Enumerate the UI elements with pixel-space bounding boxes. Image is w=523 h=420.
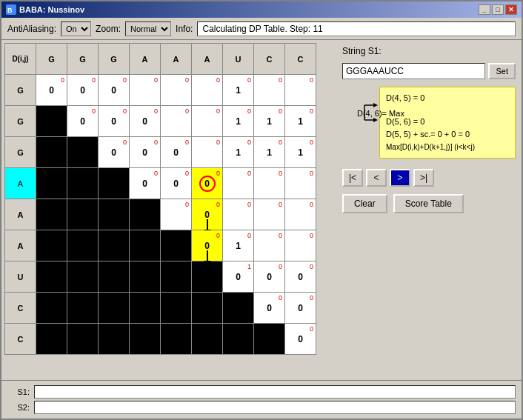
col-header-2: G xyxy=(99,44,130,75)
cell-5-7: 0 xyxy=(223,199,254,230)
col-header-6: U xyxy=(223,44,254,75)
s1-input[interactable] xyxy=(34,385,516,399)
cell-2-2: 00 xyxy=(67,106,99,137)
clear-button[interactable]: Clear xyxy=(342,194,387,213)
cell-2-9: 01 xyxy=(285,106,316,137)
annotation-area: D(4, 5) = 0 D(5, 6) = 0 D(5, 5) + sc.= 0… xyxy=(342,87,516,159)
cell-8-5 xyxy=(192,293,223,324)
nav-prev-button[interactable]: < xyxy=(366,169,387,187)
cell-5-2 xyxy=(99,199,130,230)
zoom-select[interactable]: Normal 2x 0.5x xyxy=(125,21,171,36)
table-row: G 00 00 00 0 0 01 01 01 xyxy=(5,106,316,137)
cell-4-1 xyxy=(67,168,99,199)
cell-7-1 xyxy=(67,261,99,293)
cell-6-0 xyxy=(36,230,67,261)
cell-7-2 xyxy=(99,261,130,293)
maximize-button[interactable]: □ xyxy=(492,4,504,15)
left-panel: D(i,j) G G G A A A U C C xyxy=(1,40,336,380)
cell-6-1 xyxy=(67,230,99,261)
corner-header: D(i,j) xyxy=(5,44,36,75)
nav-next-button[interactable]: > xyxy=(390,169,410,187)
row-header-4: A xyxy=(5,199,36,230)
cell-1-2: 00 xyxy=(67,75,99,106)
window-icon: B BABA: Nussinov xyxy=(6,4,84,15)
col-header-1: G xyxy=(67,44,99,75)
cell-4-9: 0 xyxy=(285,168,316,199)
cell-5-0 xyxy=(36,199,67,230)
cell-2-7: 01 xyxy=(223,106,254,137)
zoom-label: Zoom: xyxy=(96,24,121,34)
string-s1-label: String S1: xyxy=(342,46,516,56)
cell-3-3: 00 xyxy=(99,137,130,168)
bottom-buttons: Clear Score Table xyxy=(342,194,516,213)
cell-9-0 xyxy=(36,324,67,355)
antialiasing-label: AntiAliasing: xyxy=(7,24,56,34)
cell-9-9: 00 xyxy=(285,324,316,355)
svg-text:B: B xyxy=(7,7,13,14)
close-button[interactable]: ✕ xyxy=(505,4,517,15)
table-row: G 00 00 00 0 01 01 01 xyxy=(5,137,316,168)
table-row: A 0 0 0 0 xyxy=(5,199,316,230)
cell-1-7: 01 xyxy=(223,75,254,106)
cell-5-9: 0 xyxy=(285,199,316,230)
cell-3-5: 00 xyxy=(161,137,192,168)
col-header-5: A xyxy=(192,44,223,75)
nav-first-button[interactable]: |< xyxy=(342,169,363,187)
s2-input[interactable] xyxy=(34,401,516,414)
window-controls: _ □ ✕ xyxy=(479,4,517,15)
row-header-6: U xyxy=(5,261,36,293)
minimize-button[interactable]: _ xyxy=(479,4,490,15)
set-button[interactable]: Set xyxy=(488,63,516,79)
s1-label: S1: xyxy=(7,387,30,396)
cell-2-8: 01 xyxy=(254,106,285,137)
nav-buttons: |< < > >| xyxy=(342,169,516,187)
cell-1-1: 00 xyxy=(36,75,67,106)
col-header-3: A xyxy=(130,44,161,75)
cell-5-1 xyxy=(67,199,99,230)
info-label: Info: xyxy=(176,24,193,34)
cell-3-8: 01 xyxy=(254,137,285,168)
max-label: D(4, 6)= Max xyxy=(357,109,404,118)
cell-7-0 xyxy=(36,261,67,293)
table-row: U 10 00 00 xyxy=(5,261,316,293)
table-row: C 00 xyxy=(5,324,316,355)
string-s1-input[interactable] xyxy=(342,63,485,79)
grid-wrapper[interactable]: D(i,j) G G G A A A U C C xyxy=(4,43,333,377)
right-panel: String S1: Set D(4, 5) = 0 D(5, 6) = 0 xyxy=(336,40,522,380)
cell-9-1 xyxy=(67,324,99,355)
cell-2-4: 00 xyxy=(130,106,161,137)
row-header-1: G xyxy=(5,106,36,137)
info-text: Calculating DP Table. Step: 11 xyxy=(197,21,516,36)
cell-4-6: 0 0 xyxy=(192,168,223,199)
cell-7-4 xyxy=(161,261,192,293)
svg-marker-6 xyxy=(373,118,378,122)
row-header-2: G xyxy=(5,137,36,168)
window-title: BABA: Nussinov xyxy=(19,5,84,14)
cell-4-4: 00 xyxy=(130,168,161,199)
cell-4-0 xyxy=(36,168,67,199)
cell-9-2 xyxy=(99,324,130,355)
cell-2-3: 00 xyxy=(99,106,130,137)
annotation-line5: Max[D(i,k)+D(k+1,j)] (i<k<j) xyxy=(386,141,509,153)
cell-8-6 xyxy=(223,293,254,324)
annotation-box: D(4, 5) = 0 D(5, 6) = 0 D(5, 5) + sc.= 0… xyxy=(379,87,516,159)
cell-8-4 xyxy=(161,293,192,324)
cell-5-3 xyxy=(130,199,161,230)
antialiasing-select[interactable]: On Off xyxy=(61,21,91,36)
cell-3-0 xyxy=(36,137,67,168)
nav-last-button[interactable]: >| xyxy=(413,169,434,187)
cell-2-6: 0 xyxy=(192,106,223,137)
col-header-0: G xyxy=(36,44,67,75)
cell-3-6: 0 xyxy=(192,137,223,168)
cell-7-9: 00 xyxy=(285,261,316,293)
cell-5-6: 0 0 xyxy=(192,199,223,230)
annotation-line4: D(5, 5) + sc.= 0 + 0 = 0 xyxy=(386,128,509,141)
cell-5-5: 0 xyxy=(161,199,192,230)
main-window: B BABA: Nussinov _ □ ✕ AntiAliasing: On … xyxy=(0,0,523,420)
row-header-8: C xyxy=(5,324,36,355)
cell-3-1 xyxy=(67,137,99,168)
row-header-0: G xyxy=(5,75,36,106)
score-table-button[interactable]: Score Table xyxy=(393,194,464,213)
row-header-5: A xyxy=(5,230,36,261)
annotation-arrows xyxy=(342,94,379,153)
